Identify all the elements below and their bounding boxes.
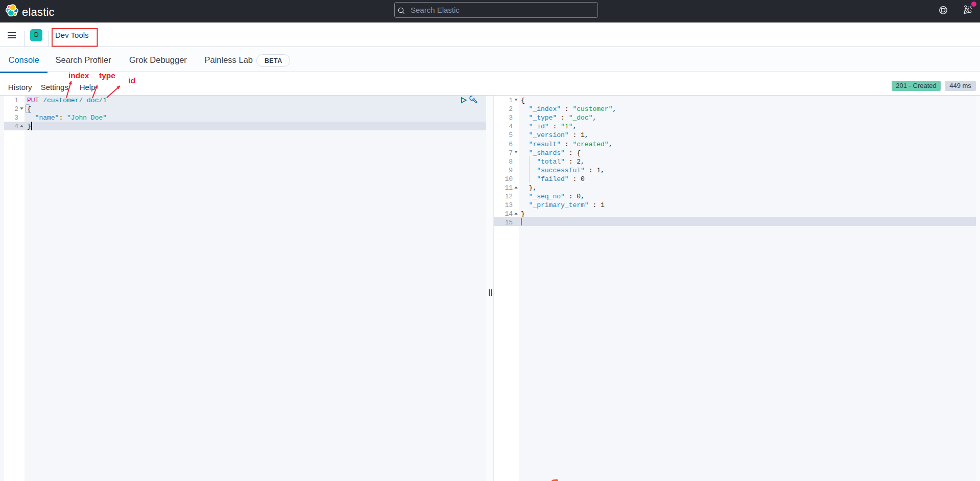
svg-text:index: index	[68, 71, 89, 80]
svg-text:type: type	[99, 71, 115, 80]
svg-text:id: id	[129, 76, 136, 85]
